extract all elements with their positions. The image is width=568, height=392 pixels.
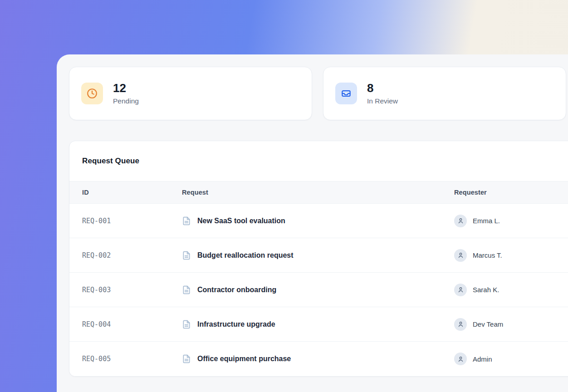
user-icon — [454, 353, 467, 365]
user-icon — [454, 215, 467, 227]
requester-name: Admin — [473, 355, 492, 363]
request-id: REQ-003 — [82, 286, 182, 294]
stat-text: 8 In Review — [367, 82, 398, 105]
clock-icon — [81, 83, 103, 104]
stat-value-in-review: 8 — [367, 82, 398, 95]
table-header-row: ID Request Requester — [69, 181, 568, 204]
requester-name: Sarah K. — [473, 286, 499, 294]
file-text-icon — [182, 251, 191, 260]
main-panel: 12 Pending 8 In Review Request Queue ID … — [57, 54, 568, 392]
user-icon — [454, 249, 467, 262]
request-id: REQ-002 — [82, 251, 182, 260]
request-title: Budget reallocation request — [197, 251, 294, 260]
stat-card-pending: 12 Pending — [69, 67, 312, 120]
file-text-icon — [182, 216, 191, 225]
requester-name: Marcus T. — [473, 251, 502, 259]
request-id: REQ-004 — [82, 320, 182, 328]
request-id: REQ-001 — [82, 217, 182, 225]
user-icon — [454, 318, 467, 331]
request-title: Office equipment purchase — [197, 355, 291, 363]
column-header-request: Request — [182, 189, 454, 196]
requester-name: Dev Team — [473, 320, 503, 328]
column-header-requester: Requester — [454, 189, 568, 196]
table-row[interactable]: REQ-001 New SaaS tool evaluation — [69, 204, 568, 238]
stats-row: 12 Pending 8 In Review — [69, 67, 568, 120]
stat-value-pending: 12 — [113, 82, 139, 95]
user-icon — [454, 284, 467, 296]
file-text-icon — [182, 354, 191, 363]
stat-card-in-review: 8 In Review — [323, 67, 566, 120]
request-title: New SaaS tool evaluation — [197, 217, 285, 225]
requester-name: Emma L. — [473, 217, 500, 225]
table-title-section: Request Queue — [69, 141, 568, 181]
table-row[interactable]: REQ-005 Office equipment purchase — [69, 342, 568, 376]
table-row[interactable]: REQ-004 Infrastructure upgrade — [69, 307, 568, 342]
request-title: Contractor onboarding — [197, 286, 276, 294]
stat-label-in-review: In Review — [367, 97, 398, 105]
file-text-icon — [182, 320, 191, 329]
stat-label-pending: Pending — [113, 97, 139, 105]
request-title: Infrastructure upgrade — [197, 320, 275, 328]
column-header-id: ID — [82, 189, 182, 196]
table-row[interactable]: REQ-002 Budget reallocation request — [69, 238, 568, 273]
request-id: REQ-005 — [82, 355, 182, 363]
table-title: Request Queue — [82, 157, 139, 166]
file-text-icon — [182, 285, 191, 294]
table-row[interactable]: REQ-003 Contractor onboarding — [69, 273, 568, 307]
stat-text: 12 Pending — [113, 82, 139, 105]
request-queue-card: Request Queue ID Request Requester REQ-0… — [69, 141, 568, 377]
inbox-icon — [335, 83, 357, 104]
